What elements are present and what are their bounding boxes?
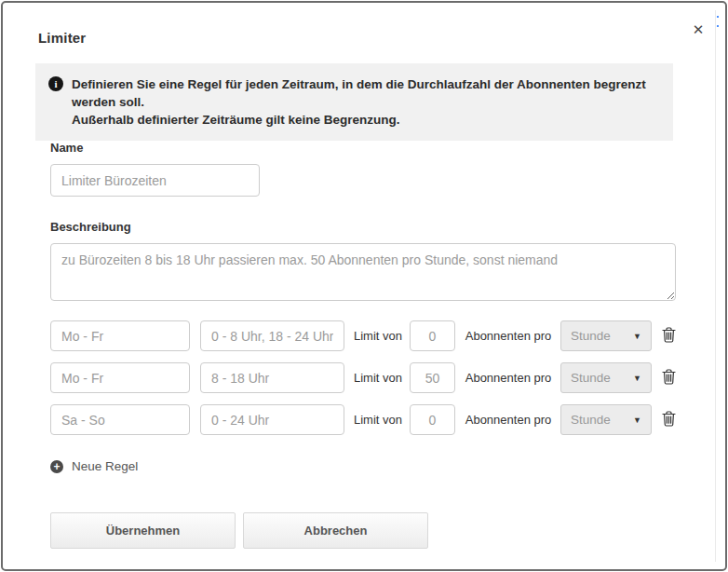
info-icon: i: [48, 76, 63, 91]
trash-icon: [662, 327, 676, 346]
unit-select[interactable]: Stunde ▼: [560, 320, 652, 351]
times-input[interactable]: [200, 362, 344, 393]
description-label: Beschreibung: [50, 220, 676, 234]
days-input[interactable]: [50, 362, 190, 393]
info-text: Definieren Sie eine Regel für jeden Zeit…: [72, 75, 658, 129]
close-icon[interactable]: ✕: [690, 20, 707, 37]
limiter-dialog: Limiter ✕ i Definieren Sie eine Regel fü…: [1, 1, 727, 571]
delete-rule-button[interactable]: [661, 328, 676, 345]
abonnenten-pro-label: Abonnenten pro: [465, 371, 552, 385]
add-rule-label: Neue Regel: [72, 459, 138, 473]
limit-von-label: Limit von: [353, 371, 403, 385]
delete-rule-button[interactable]: [661, 412, 676, 429]
scrollbar-dot: [717, 25, 719, 27]
trash-icon: [662, 411, 676, 429]
add-rule-button[interactable]: + Neue Regel: [50, 459, 138, 473]
days-input[interactable]: [50, 404, 190, 435]
unit-select-value: Stunde: [571, 329, 611, 343]
unit-select[interactable]: Stunde ▼: [560, 404, 652, 435]
limit-von-label: Limit von: [353, 413, 403, 427]
unit-select[interactable]: Stunde ▼: [560, 362, 652, 393]
rule-row: Limit von Abonnenten pro Stunde ▼: [50, 404, 676, 435]
chevron-down-icon: ▼: [633, 374, 641, 383]
trash-icon: [662, 369, 676, 388]
rule-row: Limit von Abonnenten pro Stunde ▼: [50, 362, 676, 393]
name-input[interactable]: [50, 164, 260, 197]
unit-select-value: Stunde: [571, 413, 611, 427]
limit-input[interactable]: [410, 404, 455, 435]
name-label: Name: [50, 141, 676, 155]
info-text-line1: Definieren Sie eine Regel für jeden Zeit…: [72, 75, 658, 111]
cancel-button[interactable]: Abbrechen: [243, 512, 428, 549]
days-input[interactable]: [50, 320, 190, 351]
dialog-title: Limiter: [38, 30, 86, 46]
scrollbar-dot: [717, 16, 719, 18]
rules-list: Limit von Abonnenten pro Stunde ▼: [50, 320, 676, 435]
abonnenten-pro-label: Abonnenten pro: [465, 413, 552, 427]
times-input[interactable]: [200, 320, 344, 351]
abonnenten-pro-label: Abonnenten pro: [465, 329, 552, 343]
limit-input[interactable]: [410, 320, 455, 351]
unit-select-value: Stunde: [571, 371, 611, 385]
apply-button[interactable]: Übernehmen: [50, 512, 236, 549]
scrollbar-track: [715, 10, 716, 562]
description-textarea[interactable]: zu Bürozeiten 8 bis 18 Uhr passieren max…: [50, 243, 676, 301]
delete-rule-button[interactable]: [661, 370, 676, 387]
rule-row: Limit von Abonnenten pro Stunde ▼: [50, 320, 676, 351]
chevron-down-icon: ▼: [633, 415, 641, 425]
info-text-line2: Außerhalb definierter Zeiträume gilt kei…: [72, 111, 658, 129]
times-input[interactable]: [200, 404, 344, 435]
limit-input[interactable]: [410, 362, 455, 393]
chevron-down-icon: ▼: [633, 332, 641, 341]
limit-von-label: Limit von: [353, 329, 403, 343]
plus-icon: +: [50, 460, 63, 473]
